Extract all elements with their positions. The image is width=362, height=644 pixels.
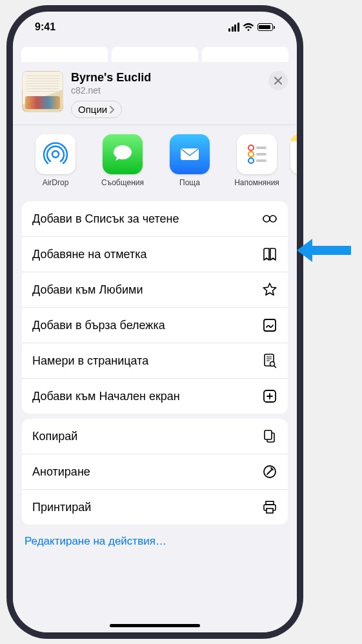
svg-point-2 bbox=[248, 145, 254, 150]
status-bar: 9:41 bbox=[13, 12, 297, 43]
svg-point-3 bbox=[248, 152, 254, 157]
app-label: Съобщения bbox=[89, 178, 156, 187]
svg-rect-15 bbox=[265, 430, 272, 439]
mail-icon bbox=[170, 134, 210, 174]
action-label: Копирай bbox=[32, 430, 77, 443]
edit-actions-link[interactable]: Редактиране на действия… bbox=[13, 525, 297, 558]
action-label: Добави в Списък за четене bbox=[32, 212, 179, 226]
action-add-to-home-screen[interactable]: Добави към Начален екран bbox=[22, 379, 288, 414]
svg-rect-5 bbox=[256, 146, 266, 149]
cellular-signal-icon bbox=[228, 23, 239, 32]
page-thumbnail bbox=[22, 71, 63, 112]
action-add-to-reading-list[interactable]: Добави в Списък за четене bbox=[22, 201, 288, 237]
action-add-bookmark[interactable]: Добавяне на отметка bbox=[22, 237, 288, 272]
status-indicators bbox=[228, 23, 275, 32]
action-label: Намери в страницата bbox=[32, 354, 148, 368]
page-subtitle: c82.net bbox=[71, 85, 261, 96]
svg-rect-7 bbox=[256, 159, 266, 162]
close-button[interactable] bbox=[268, 71, 288, 90]
app-label: Напомняния bbox=[223, 178, 290, 187]
action-label: Анотиране bbox=[32, 465, 90, 479]
markup-icon bbox=[262, 464, 277, 479]
find-icon bbox=[262, 353, 277, 368]
share-app-airdrop[interactable]: AirDrop bbox=[22, 134, 89, 187]
callout-arrow-icon bbox=[297, 239, 351, 262]
svg-rect-6 bbox=[256, 153, 266, 156]
share-sheet: Byrne's Euclid c82.net Опции bbox=[13, 62, 297, 632]
print-icon bbox=[262, 499, 277, 515]
wifi-icon bbox=[243, 23, 254, 32]
battery-icon bbox=[257, 23, 276, 31]
action-label: Принтирай bbox=[32, 501, 91, 514]
action-add-quick-note[interactable]: Добави в бърза бележка bbox=[22, 308, 288, 343]
action-add-to-favorites[interactable]: Добави към Любими bbox=[22, 272, 288, 308]
home-screen-icon bbox=[262, 388, 277, 404]
messages-icon bbox=[103, 134, 143, 174]
share-app-mail[interactable]: Поща bbox=[156, 134, 223, 187]
action-group-1: Добави в Списък за четене Добавяне на от… bbox=[22, 201, 288, 414]
reminders-icon bbox=[237, 134, 277, 174]
action-print[interactable]: Принтирай bbox=[22, 490, 288, 525]
app-label: AirDrop bbox=[22, 178, 89, 187]
action-group-2: Копирай Анотиране Принтирай bbox=[22, 419, 288, 525]
svg-point-0 bbox=[52, 151, 59, 157]
page-title: Byrne's Euclid bbox=[71, 71, 261, 85]
action-label: Добави към Любими bbox=[32, 283, 143, 297]
action-copy[interactable]: Копирай bbox=[22, 419, 288, 454]
svg-point-9 bbox=[270, 216, 276, 222]
reading-list-icon bbox=[262, 211, 277, 226]
action-find-in-page[interactable]: Намери в страницата bbox=[22, 343, 288, 379]
notes-icon bbox=[290, 134, 297, 174]
action-label: Добавяне на отметка bbox=[32, 248, 147, 261]
action-label: Добави към Начален екран bbox=[32, 390, 180, 403]
share-app-notes-partial[interactable] bbox=[290, 134, 297, 187]
options-label: Опции bbox=[78, 104, 107, 115]
action-markup[interactable]: Анотиране bbox=[22, 454, 288, 490]
share-app-reminders[interactable]: Напомняния bbox=[223, 134, 290, 187]
svg-rect-19 bbox=[266, 508, 273, 513]
star-icon bbox=[262, 282, 277, 297]
action-label: Добави в бърза бележка bbox=[32, 319, 165, 332]
close-icon bbox=[274, 77, 282, 85]
airdrop-icon bbox=[35, 134, 75, 174]
status-time: 9:41 bbox=[35, 21, 55, 33]
svg-point-4 bbox=[248, 158, 254, 163]
share-app-messages[interactable]: Съобщения bbox=[89, 134, 156, 187]
bookmark-icon bbox=[262, 247, 277, 262]
svg-point-8 bbox=[263, 216, 270, 222]
app-label: Поща bbox=[156, 178, 223, 187]
quick-note-icon bbox=[262, 317, 277, 333]
copy-icon bbox=[262, 428, 277, 444]
svg-rect-10 bbox=[264, 319, 276, 331]
share-apps-row[interactable]: AirDrop Съобщения Поща bbox=[13, 125, 297, 196]
chevron-right-icon bbox=[110, 106, 115, 114]
background-tabs bbox=[13, 43, 297, 62]
options-button[interactable]: Опции bbox=[71, 101, 122, 118]
home-indicator[interactable] bbox=[110, 624, 200, 627]
